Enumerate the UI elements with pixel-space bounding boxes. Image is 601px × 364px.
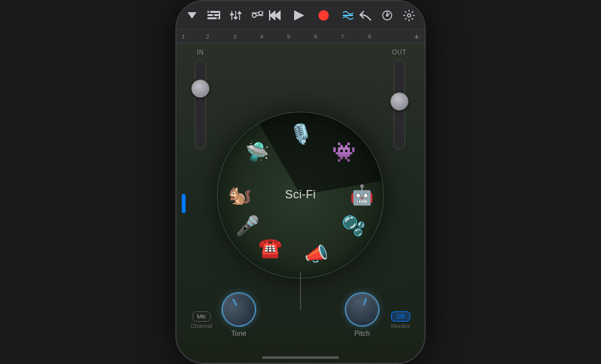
tone-knob[interactable] [215,286,263,333]
toolbar-center [267,8,356,23]
in-slider[interactable] [195,60,206,150]
dropdown-arrow-icon[interactable] [184,8,200,23]
effect-bubble[interactable]: 🫧 [339,211,367,239]
in-slider-thumb[interactable] [191,80,209,98]
timeline-mark-7: 7 [341,33,344,40]
svg-rect-22 [269,10,270,21]
pitch-knob-container: Pitch [345,292,379,337]
timeline-mark-6: 6 [314,33,317,40]
mic-channel-container: Mic Channel [191,311,213,329]
play-icon[interactable] [292,8,307,23]
monitor-button[interactable]: Off [391,311,410,322]
out-label: OUT [392,49,406,56]
track-icon[interactable] [340,8,356,23]
level-indicator [182,194,186,213]
out-slider-thumb[interactable] [390,92,408,110]
svg-marker-23 [294,10,304,21]
timeline-mark-2: 2 [206,33,209,40]
in-label: IN [197,49,204,56]
svg-rect-13 [238,12,241,14]
pitch-label: Pitch [354,329,370,337]
svg-rect-2 [209,11,211,13]
effect-name-label: Sci-Fi [285,188,316,202]
undo-icon[interactable] [358,8,373,23]
svg-rect-4 [213,14,214,16]
effect-ufo[interactable]: 🛸 [243,137,272,166]
timeline-ruler: 1 2 3 4 5 6 7 8 + [177,30,424,44]
main-content: IN OUT Sci-Fi 🛸 🎙️ [177,44,424,363]
record-icon[interactable] [316,8,331,23]
timeline-mark-1: 1 [182,33,185,40]
svg-rect-11 [230,13,234,15]
svg-rect-7 [219,11,220,19]
home-indicator[interactable] [262,356,339,359]
multitrack-icon[interactable] [206,8,222,23]
voice-wheel-container: Sci-Fi 🛸 🎙️ 👾 🐿️ 🤖 🎤 ☎️ 📣 🫧 [217,112,384,279]
effect-telephone[interactable]: ☎️ [256,234,284,262]
out-slider-container: OUT [392,49,406,150]
effect-robot[interactable]: 🤖 [347,181,376,209]
toolbar-left [184,8,265,23]
mic-channel-button[interactable]: Mic [193,311,211,322]
effect-microphone[interactable]: 🎙️ [286,120,315,148]
rewind-icon[interactable] [267,8,283,23]
pitch-knob[interactable] [340,287,384,331]
timeline-mark-3: 3 [233,33,236,40]
voice-wheel[interactable]: Sci-Fi 🛸 🎙️ 👾 🐿️ 🤖 🎤 ☎️ 📣 🫧 [217,112,384,279]
timeline-add-button[interactable]: + [414,31,419,42]
tone-label: Tone [231,329,247,337]
effect-megaphone[interactable]: 📣 [302,239,331,268]
channel-label: Channel [191,323,213,329]
monitor-label: Monitor [391,323,410,329]
in-slider-container: IN [195,49,206,150]
timeline-mark-5: 5 [287,33,290,40]
toolbar-right [358,8,417,23]
mixer-icon[interactable] [228,8,243,23]
eq-icon[interactable] [250,8,265,23]
effect-monster[interactable]: 👾 [329,137,358,166]
out-slider[interactable] [394,60,405,150]
svg-point-14 [252,13,256,17]
metronome-icon[interactable] [379,8,395,23]
timeline-mark-8: 8 [368,33,371,40]
svg-marker-0 [187,12,196,19]
phone-frame: 1 2 3 4 5 6 7 8 + IN OUT [175,0,426,364]
settings-icon[interactable] [401,8,417,23]
effect-squirrel[interactable]: 🐿️ [225,181,254,209]
svg-point-29 [408,13,411,17]
tone-knob-container: Tone [222,292,256,337]
monitor-container: Off Monitor [391,311,410,329]
timeline-mark-4: 4 [260,33,263,40]
toolbar [177,1,424,30]
svg-point-17 [259,11,263,15]
svg-rect-6 [216,17,218,19]
svg-rect-12 [234,17,238,19]
pointer-line [300,272,301,310]
svg-point-24 [318,10,329,21]
